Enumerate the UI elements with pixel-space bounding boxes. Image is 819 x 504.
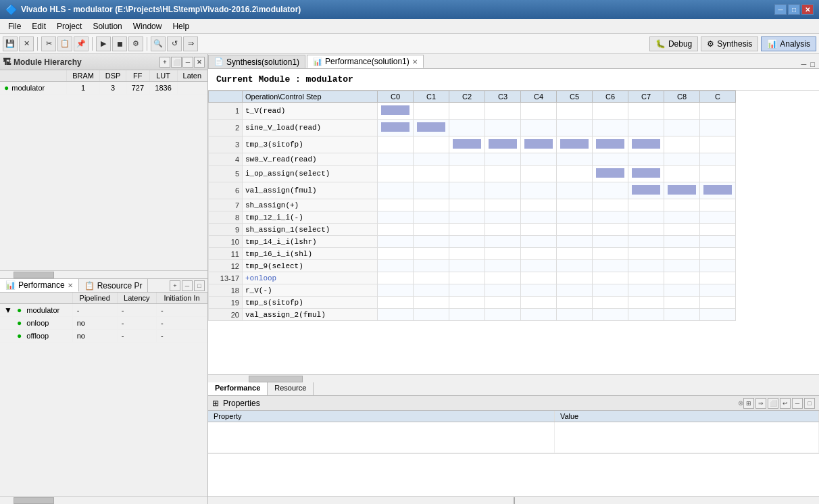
module-close-btn[interactable]: ✕ [194,57,205,68]
operations-table-container[interactable]: Operation\Control Step C0 C1 C2 C3 C4 C5… [208,90,819,374]
cell-cx-r10 [700,236,736,248]
props-empty-row [208,422,819,453]
performance-hscroll-thumb[interactable] [14,497,54,504]
tab-performance[interactable]: 📊 Performance ✕ [0,279,79,292]
table-row[interactable]: 12 tmp_9(select) [209,260,736,272]
table-row[interactable]: 18 r_V(-) [209,284,736,297]
table-row[interactable]: 6 val_assign(fmul) [209,182,736,199]
tb-save[interactable]: 💾 [3,36,18,51]
cell-initiation: - [157,330,207,343]
perf-min-btn[interactable]: ─ [182,280,193,291]
table-row[interactable]: ● onloop no - - [0,317,207,330]
analysis-button[interactable]: 📊 Analysis [761,36,816,51]
perf-tab-close[interactable]: ✕ [68,282,73,289]
table-row[interactable]: 5 i_op_assign(select) [209,166,736,182]
table-row[interactable]: ●modulator 1 3 727 1836 [0,82,207,95]
table-row[interactable]: 7 sh_assign(+) [209,199,736,211]
menu-file[interactable]: File [3,20,26,32]
menu-project[interactable]: Project [51,20,87,32]
cell-c3-r4 [485,153,521,166]
props-btn-2[interactable]: ⇒ [755,398,766,409]
debug-button[interactable]: 🐛 Debug [649,36,698,51]
perf-max-btn[interactable]: □ [194,280,205,291]
menu-window[interactable]: Window [128,20,168,32]
props-btn-3[interactable]: ⬜ [768,398,778,409]
table-row[interactable]: 11 tmp_16_i_i(shl) [209,248,736,260]
cell-c6-r8 [593,211,628,224]
menu-help[interactable]: Help [167,20,195,32]
close-button[interactable]: ✕ [801,4,814,15]
op-8: tmp_12_i_i(-) [243,211,378,224]
props-btn-4[interactable]: ↩ [780,398,791,409]
minimize-button[interactable]: ─ [774,4,787,15]
tab-performance-main[interactable]: 📊 Performance(solution1) ✕ [307,55,424,68]
properties-title: Properties [223,399,738,408]
row-num-19: 19 [209,297,243,309]
status-dot: ● [4,83,9,93]
tb-extra[interactable]: ⇒ [183,36,198,51]
expand-icon: ▼ [4,305,12,315]
performance-hscroll[interactable] [0,496,207,504]
cell-pipelined: - [72,304,117,317]
table-row[interactable]: 3 tmp_3(sitofp) [209,136,736,153]
props-min-btn[interactable]: ─ [792,398,803,409]
perf-add-btn[interactable]: + [170,280,180,291]
cell-bram: 1 [67,82,100,95]
ops-hscroll[interactable] [208,374,819,382]
table-row[interactable]: 10 tmp_14_i_i(lshr) [209,236,736,248]
op-group: +onloop [243,272,378,284]
tab-minimize-btn[interactable]: ─ [800,60,808,68]
tab-resource-pr[interactable]: 📋 Resource Pr [79,279,149,292]
synthesis-button[interactable]: ⚙ Synthesis [701,36,758,51]
props-btn-1[interactable]: ⊞ [743,398,754,409]
table-row[interactable]: 20 val_assign_2(fmul) [209,309,736,321]
table-row[interactable]: 9 sh_assign_1(select) [209,224,736,236]
performance-tab-close[interactable]: ✕ [412,58,418,66]
hierarchy-hscroll-thumb[interactable] [14,272,54,278]
module-min-btn[interactable]: ─ [182,57,193,68]
props-hscroll[interactable] [208,496,819,504]
props-max-btn[interactable]: □ [804,398,815,409]
hierarchy-hscroll[interactable] [0,270,207,278]
cell-cx-r2 [700,120,736,136]
cell-c0-r10 [378,236,414,248]
table-row[interactable]: 19 tmp_s(sitofp) [209,297,736,309]
bottom-tab-performance[interactable]: Performance [208,382,268,395]
table-row[interactable]: 2 sine_V_load(read) [209,120,736,136]
tb-run[interactable]: ▶ [96,36,111,51]
tb-cut[interactable]: ✂ [41,36,56,51]
table-row[interactable]: ▼ ● modulator - - - [0,304,207,317]
row-num-9: 9 [209,224,243,236]
bottom-tab-resource[interactable]: Resource [268,382,314,395]
cell-c3-r11 [485,248,521,260]
cell-c4-r5 [521,166,557,182]
cell-dsp: 3 [100,82,126,95]
tb-zoom[interactable]: 🔍 [151,36,166,51]
tb-close[interactable]: ✕ [19,36,34,51]
module-add-btn[interactable]: + [159,57,170,68]
tab-synthesis[interactable]: 📄 Synthesis(solution1) [208,55,305,68]
table-row[interactable]: ● offloop no - - [0,330,207,343]
cell-c2-r8 [449,211,485,224]
table-row[interactable]: 13-17 +onloop [209,272,736,284]
tb-stop[interactable]: ⏹ [112,36,127,51]
maximize-button[interactable]: □ [788,4,800,15]
tb-settings[interactable]: ⚙ [128,36,143,51]
menu-edit[interactable]: Edit [26,20,51,32]
tb-copy[interactable]: 📋 [57,36,72,51]
cell-c3-rg [485,272,521,284]
status-dot: ● [17,318,22,328]
tb-paste[interactable]: 📌 [74,36,89,51]
cell-c4-r10 [521,236,557,248]
tab-maximize-btn[interactable]: □ [809,60,816,68]
cell-c3-r6 [485,182,521,199]
table-row[interactable]: 8 tmp_12_i_i(-) [209,211,736,224]
tb-refresh[interactable]: ↺ [167,36,182,51]
ops-hscroll-thumb[interactable] [249,376,303,382]
table-row[interactable]: 4 sw0_V_read(read) [209,153,736,166]
module-expand-btn[interactable]: ⬜ [171,57,182,68]
table-row[interactable]: 1 t_V(read) [209,103,736,120]
cell-c7-r3 [628,136,664,153]
menu-solution[interactable]: Solution [87,20,127,32]
cell-c2-r6 [449,182,485,199]
